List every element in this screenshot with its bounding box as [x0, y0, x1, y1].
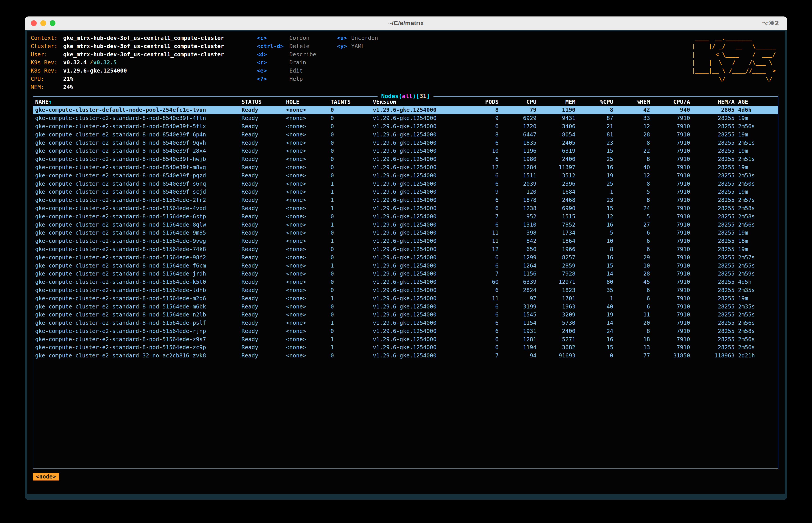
cell-pcpu: 14	[575, 319, 613, 327]
cell-age: 2m53s	[735, 172, 778, 180]
cell-pcpu: 1	[575, 188, 613, 196]
column-header-age[interactable]: AGE	[735, 98, 778, 106]
column-header-taints[interactable]: TAINTS	[330, 98, 373, 106]
table-row[interactable]: gke-compute-cluster-e2-standard-8-nod-85…	[33, 180, 778, 188]
column-header-role[interactable]: ROLE	[286, 98, 330, 106]
cell-cpu: 1878	[499, 196, 537, 204]
cell-role: <none>	[286, 336, 330, 344]
table-row[interactable]: gke-compute-cluster-e2-standard-8-nod-85…	[33, 122, 778, 131]
table-row[interactable]: gke-compute-cluster-e2-standard-8-nod-51…	[33, 221, 778, 229]
cell-role: <none>	[286, 253, 330, 262]
cell-name: gke-compute-cluster-e2-standard-8-nod-85…	[33, 163, 241, 172]
cell-pods: 6	[474, 221, 499, 229]
cell-mem: 7928	[537, 270, 575, 278]
cell-version: v1.29.6-gke.1254000	[373, 311, 474, 319]
table-row[interactable]: gke-compute-cluster-e2-standard-8-nod-85…	[33, 147, 778, 155]
table-row[interactable]: gke-compute-cluster-e2-standard-8-nod-51…	[33, 327, 778, 336]
cell-status: Ready	[241, 155, 286, 163]
column-header-status[interactable]: STATUS	[241, 98, 286, 106]
cell-mema: 28255	[690, 245, 735, 253]
table-row[interactable]: gke-compute-cluster-e2-standard-8-nod-51…	[33, 343, 778, 351]
cell-mema: 28255	[690, 253, 735, 262]
cell-pcpu: 81	[575, 131, 613, 139]
table-row[interactable]: gke-compute-cluster-e2-standard-8-nod-51…	[33, 262, 778, 270]
table-row[interactable]: gke-compute-cluster-e2-standard-8-nod-85…	[33, 172, 778, 180]
close-window-button[interactable]	[31, 20, 37, 26]
key-drain: <r>	[257, 58, 289, 67]
column-header-mema[interactable]: MEM/A	[690, 98, 735, 106]
column-header-name[interactable]: NAME↑	[33, 98, 241, 106]
cluster-value: gke_mtrx-hub-dev-3of_us-central1_compute…	[63, 42, 224, 51]
table-row[interactable]: gke-compute-cluster-default-node-pool-25…	[33, 106, 778, 114]
cell-name: gke-compute-cluster-e2-standard-8-nod-51…	[33, 311, 241, 319]
table-row[interactable]: gke-compute-cluster-e2-standard-8-nod-85…	[33, 114, 778, 122]
column-header-cpu[interactable]: CPU	[499, 98, 537, 106]
cell-cpua: 7910	[650, 163, 690, 172]
cell-cpua: 7910	[650, 278, 690, 286]
table-row[interactable]: gke-compute-cluster-e2-standard-8-nod-51…	[33, 204, 778, 213]
cell-mem: 1864	[537, 237, 575, 245]
table-row[interactable]: gke-compute-cluster-e2-standard-8-nod-51…	[33, 196, 778, 204]
minimize-window-button[interactable]	[40, 20, 46, 26]
table-row[interactable]: gke-compute-cluster-e2-standard-8-nod-51…	[33, 213, 778, 221]
zoom-window-button[interactable]	[50, 20, 55, 26]
cell-cpua: 7910	[650, 311, 690, 319]
column-header-pods[interactable]: PODS	[474, 98, 499, 106]
cell-status: Ready	[241, 253, 286, 262]
cell-pcpu: 0	[575, 351, 613, 360]
column-header-mem[interactable]: MEM	[537, 98, 575, 106]
table-row[interactable]: gke-compute-cluster-e2-standard-32-no-ac…	[33, 351, 778, 360]
cell-taints: 1	[330, 196, 373, 204]
cell-status: Ready	[241, 204, 286, 213]
column-header-cpua[interactable]: CPU/A	[650, 98, 690, 106]
table-row[interactable]: gke-compute-cluster-e2-standard-8-nod-51…	[33, 303, 778, 311]
cell-taints: 0	[330, 278, 373, 286]
key-edit: <e>	[257, 67, 289, 75]
cell-pmem: 45	[613, 278, 650, 286]
cell-pods: 9	[474, 188, 499, 196]
cell-role: <none>	[286, 114, 330, 122]
table-row[interactable]: gke-compute-cluster-e2-standard-8-nod-51…	[33, 253, 778, 262]
table-row[interactable]: gke-compute-cluster-e2-standard-8-nod-51…	[33, 336, 778, 344]
table-row[interactable]: gke-compute-cluster-e2-standard-8-nod-51…	[33, 229, 778, 237]
hotkey-cordon: <c>Cordon	[257, 34, 329, 42]
table-row[interactable]: gke-compute-cluster-e2-standard-8-nod-85…	[33, 163, 778, 172]
cell-mem: 91693	[537, 351, 575, 360]
column-header-pcpu[interactable]: %CPU	[575, 98, 613, 106]
cell-pcpu: 15	[575, 262, 613, 270]
table-row[interactable]: gke-compute-cluster-e2-standard-8-nod-51…	[33, 319, 778, 327]
table-row[interactable]: gke-compute-cluster-e2-standard-8-nod-85…	[33, 155, 778, 163]
cell-age: 19m	[735, 131, 778, 139]
table-row[interactable]: gke-compute-cluster-e2-standard-8-nod-85…	[33, 139, 778, 147]
table-row[interactable]: gke-compute-cluster-e2-standard-8-nod-51…	[33, 294, 778, 303]
table-row[interactable]: gke-compute-cluster-e2-standard-8-nod-51…	[33, 286, 778, 294]
cell-mema: 28255	[690, 139, 735, 147]
cell-age: 2m56s	[735, 221, 778, 229]
column-header-pmem[interactable]: %MEM	[613, 98, 650, 106]
cell-version: v1.29.6-gke.1254000	[373, 221, 474, 229]
crumb-bar: <node>	[27, 469, 785, 494]
table-row[interactable]: gke-compute-cluster-e2-standard-8-nod-51…	[33, 245, 778, 253]
cell-pmem: 6	[613, 229, 650, 237]
key-yaml: <y>	[337, 42, 351, 51]
table-row[interactable]: gke-compute-cluster-e2-standard-8-nod-51…	[33, 270, 778, 278]
table-row[interactable]: gke-compute-cluster-e2-standard-8-nod-85…	[33, 188, 778, 196]
cell-status: Ready	[241, 336, 286, 344]
cell-taints: 0	[330, 155, 373, 163]
cell-pcpu: 19	[575, 172, 613, 180]
cell-mema: 28255	[690, 204, 735, 213]
k9s-logo: ____ __.________ | |/ _/ __ \______ | < …	[692, 34, 779, 83]
cluster-info: Context:gke_mtrx-hub-dev-3of_us-central1…	[31, 34, 257, 91]
cell-age: 18m	[735, 237, 778, 245]
table-row[interactable]: gke-compute-cluster-e2-standard-8-nod-51…	[33, 237, 778, 245]
cell-age: 2m57s	[735, 253, 778, 262]
cell-name: gke-compute-cluster-e2-standard-8-nod-51…	[33, 253, 241, 262]
table-row[interactable]: gke-compute-cluster-e2-standard-8-nod-85…	[33, 131, 778, 139]
cell-pods: 7	[474, 351, 499, 360]
table-row[interactable]: gke-compute-cluster-e2-standard-8-nod-51…	[33, 311, 778, 319]
cell-name: gke-compute-cluster-e2-standard-8-nod-51…	[33, 294, 241, 303]
cell-age: 19m	[735, 188, 778, 196]
cpu-line: CPU:21%	[31, 75, 257, 83]
table-row[interactable]: gke-compute-cluster-e2-standard-8-nod-51…	[33, 278, 778, 286]
cell-age: 19m	[735, 294, 778, 303]
